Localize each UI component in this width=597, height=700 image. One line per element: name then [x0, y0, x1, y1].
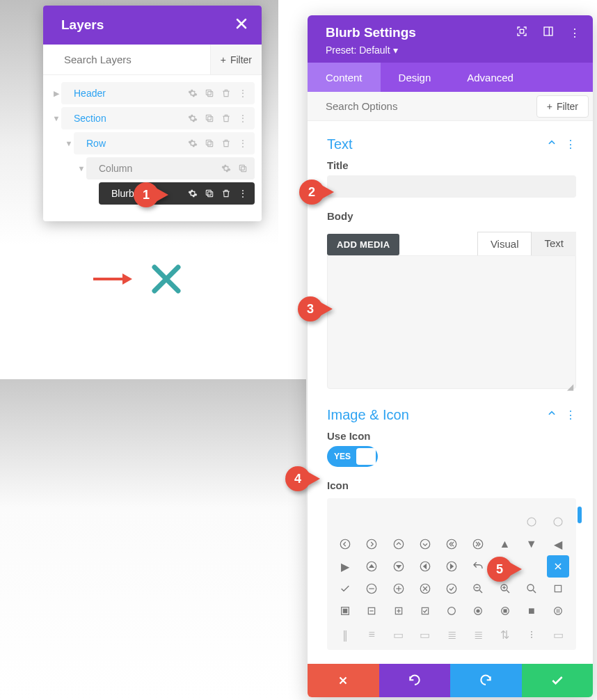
icon-option[interactable]: ⫶	[520, 623, 543, 646]
icon-option[interactable]: ≣	[440, 623, 463, 646]
collapse-icon[interactable]	[547, 138, 557, 151]
tree-item-header[interactable]: ▶ Header ⋮	[50, 81, 255, 106]
undo-button[interactable]	[379, 664, 451, 697]
tab-visual[interactable]: Visual	[477, 232, 532, 255]
circle-icon[interactable]	[440, 600, 463, 622]
trash-icon[interactable]	[221, 88, 231, 98]
arrow-left-circle-icon[interactable]	[414, 555, 436, 578]
icon-option[interactable]	[334, 511, 356, 533]
settings-search-input[interactable]	[308, 92, 536, 120]
close-icon[interactable]	[235, 17, 248, 33]
more-icon[interactable]: ⋮	[238, 188, 248, 199]
triangle-down-icon[interactable]: ▼	[520, 533, 543, 555]
icon-option[interactable]	[520, 555, 543, 578]
triangle-left-icon[interactable]: ◀	[547, 533, 569, 555]
caret-down-icon[interactable]: ▼	[51, 114, 61, 122]
more-icon[interactable]: ⋮	[565, 138, 576, 151]
plus-circle-icon[interactable]	[388, 578, 410, 600]
icon-option[interactable]	[494, 511, 516, 533]
section-text[interactable]: Text	[327, 136, 353, 152]
scrollbar[interactable]	[578, 507, 582, 523]
close-icon[interactable]	[547, 555, 569, 578]
stop-icon[interactable]: ■	[520, 600, 543, 622]
add-media-button[interactable]: ADD MEDIA	[327, 234, 399, 255]
dock-icon[interactable]	[543, 26, 554, 40]
settings-filter-button[interactable]: + Filter	[536, 95, 589, 118]
arrow-up-circle-icon[interactable]	[360, 555, 383, 578]
trash-icon[interactable]	[221, 113, 231, 123]
title-input[interactable]	[327, 175, 576, 198]
more-icon[interactable]: ⋮	[238, 88, 248, 99]
tab-text[interactable]: Text	[532, 232, 576, 255]
save-button[interactable]	[522, 664, 594, 697]
chevron-right-circle-icon[interactable]	[360, 533, 383, 555]
chevron-down-circle-icon[interactable]	[414, 533, 436, 555]
icon-option[interactable]: ▭	[414, 623, 436, 646]
tree-item-column[interactable]: ▼ Column	[50, 156, 255, 181]
icon-option[interactable]: ▭	[388, 623, 410, 646]
gear-icon[interactable]	[221, 164, 231, 173]
use-icon-toggle[interactable]: YES	[327, 446, 378, 467]
cancel-button[interactable]	[308, 664, 379, 697]
arrow-right-circle-icon[interactable]	[440, 555, 463, 578]
icon-option[interactable]	[388, 511, 410, 533]
icon-option[interactable]: ≡	[360, 623, 383, 646]
gear-icon[interactable]	[188, 189, 198, 198]
icon-option[interactable]	[440, 511, 463, 533]
chevrons-left-circle-icon[interactable]	[440, 533, 463, 555]
preset-dropdown[interactable]: Preset: Default ▾	[326, 45, 580, 56]
duplicate-icon[interactable]	[205, 88, 214, 98]
zoom-out-icon[interactable]	[467, 578, 489, 600]
trash-icon[interactable]	[221, 138, 231, 148]
record-icon[interactable]	[467, 600, 489, 622]
caret-down-icon[interactable]: ▼	[64, 139, 74, 148]
more-icon[interactable]: ⋮	[238, 113, 248, 124]
caret-down-icon[interactable]: ▼	[77, 164, 86, 173]
icon-option[interactable]	[360, 511, 383, 533]
icon-option[interactable]: ⇅	[494, 623, 516, 646]
resize-grip-icon[interactable]: ◢	[567, 382, 573, 392]
plus-square-icon[interactable]	[388, 600, 410, 622]
triangle-right-icon[interactable]: ▶	[334, 555, 356, 578]
section-image-icon[interactable]: Image & Icon	[327, 407, 409, 423]
duplicate-icon[interactable]	[205, 113, 214, 123]
chevron-left-circle-icon[interactable]	[334, 533, 356, 555]
check-icon[interactable]	[334, 578, 356, 600]
stop-square-icon[interactable]	[334, 600, 356, 622]
redo-button[interactable]	[450, 664, 522, 697]
icon-option[interactable]	[547, 511, 569, 533]
arrow-down-circle-icon[interactable]	[388, 555, 410, 578]
icon-option[interactable]	[414, 511, 436, 533]
pause-circle-icon[interactable]	[547, 600, 569, 622]
icon-option[interactable]	[467, 511, 489, 533]
tab-content[interactable]: Content	[308, 63, 381, 92]
gear-icon[interactable]	[188, 113, 198, 123]
layers-search-input[interactable]	[43, 45, 210, 74]
duplicate-icon[interactable]	[205, 189, 214, 198]
caret-right-icon[interactable]: ▶	[51, 89, 61, 98]
minus-square-icon[interactable]	[360, 600, 383, 622]
trash-icon[interactable]	[221, 189, 231, 198]
triangle-up-icon[interactable]: ▲	[494, 533, 516, 555]
undo-icon[interactable]	[467, 555, 489, 578]
chevrons-right-circle-icon[interactable]	[467, 533, 489, 555]
more-icon[interactable]: ⋮	[238, 138, 248, 149]
tree-item-section[interactable]: ▼ Section ⋮	[50, 106, 255, 131]
gear-icon[interactable]	[188, 88, 198, 98]
duplicate-icon[interactable]	[238, 164, 248, 173]
icon-option[interactable]: ‖	[334, 623, 356, 646]
gear-icon[interactable]	[188, 138, 198, 148]
check-square-icon[interactable]	[414, 600, 436, 622]
minus-circle-icon[interactable]	[360, 578, 383, 600]
icon-option[interactable]: ▭	[547, 623, 569, 646]
icon-option[interactable]: ≣	[467, 623, 489, 646]
search-icon[interactable]	[520, 578, 543, 600]
x-circle-icon[interactable]	[414, 578, 436, 600]
tree-item-row[interactable]: ▼ Row ⋮	[50, 131, 255, 156]
icon-option[interactable]	[520, 511, 543, 533]
tab-advanced[interactable]: Advanced	[449, 63, 532, 92]
tab-design[interactable]: Design	[381, 63, 449, 92]
more-icon[interactable]: ⋮	[569, 26, 580, 40]
square-icon[interactable]	[547, 578, 569, 600]
layers-filter-button[interactable]: + Filter	[210, 45, 262, 74]
